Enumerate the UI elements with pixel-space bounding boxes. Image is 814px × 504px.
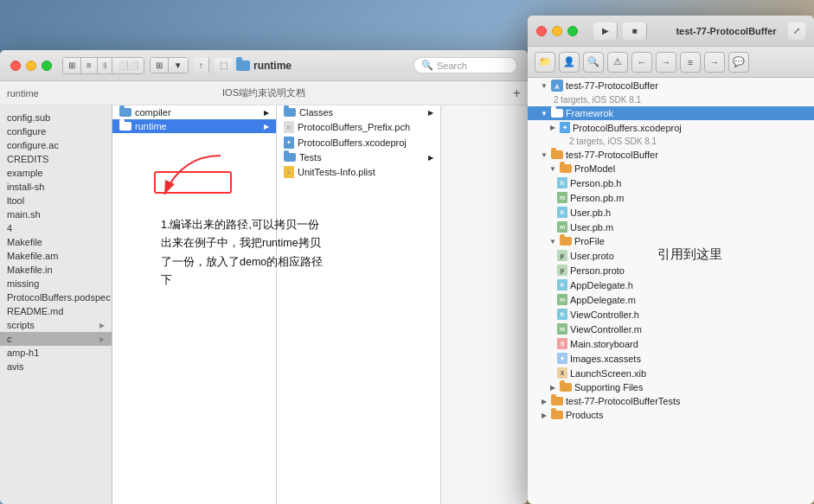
col2-xcodeproj[interactable]: ✦ ProtocolBuffers.xcodeproj: [277, 135, 440, 150]
sidebar-item-readme[interactable]: README.md: [0, 304, 112, 318]
sidebar-item-missing[interactable]: missing: [0, 277, 112, 290]
xcode-lines-btn[interactable]: ≡: [680, 52, 701, 73]
maximize-button[interactable]: [42, 61, 52, 71]
xcode-run-btn[interactable]: ▶: [593, 22, 618, 40]
sidebar-item-config-sub[interactable]: config.sub: [0, 111, 112, 124]
storyboard-file-icon: S: [557, 338, 567, 349]
col2-unitests-plist[interactable]: p UnitTests-Info.plist: [277, 164, 440, 180]
nav-user-pb-h[interactable]: h User.pb.h: [528, 205, 814, 220]
sidebar-item-ltool[interactable]: ltool: [0, 194, 112, 207]
sidebar-item-amp-h1[interactable]: amp-h1: [0, 346, 112, 360]
xcode-back-btn[interactable]: ←: [631, 52, 652, 73]
col1-runtime[interactable]: runtime ▶: [112, 119, 276, 133]
view-icon-btn[interactable]: ⊞: [63, 58, 81, 73]
proto-file-icon: p: [557, 250, 567, 261]
nav-promodel[interactable]: ▼ ProModel: [528, 162, 814, 175]
nav-images-xcassets[interactable]: ✦ Images.xcassets: [528, 351, 814, 366]
sidebar-item-configure[interactable]: configure: [0, 124, 112, 138]
disclosure-icon: ▶: [548, 383, 557, 392]
h-file-icon: h: [557, 279, 567, 290]
minimize-button[interactable]: [26, 61, 36, 71]
xcode-maximize-btn[interactable]: [567, 26, 578, 36]
xcode-stop-btn[interactable]: ■: [623, 22, 647, 40]
h-file-icon: h: [557, 177, 567, 188]
nav-test77-root[interactable]: ▼ test-77-ProtocolBuffer: [528, 148, 814, 162]
nav-user-pb-m[interactable]: m User.pb.m: [528, 220, 814, 234]
nav-supporting-files[interactable]: ▶ Supporting Files: [528, 380, 814, 394]
sidebar-item-makefile-in[interactable]: Makefile.in: [0, 263, 112, 277]
m-file-icon: m: [557, 294, 567, 305]
tag-btn[interactable]: ⬚: [215, 58, 233, 73]
xcode-traffic-lights: [536, 26, 578, 36]
sidebar-item-c[interactable]: c▶: [0, 332, 112, 346]
finder-column-1: compiler ▶ runtime ▶: [112, 105, 277, 504]
sidebar-item-avis[interactable]: avis: [0, 360, 112, 373]
nav-launchscreen-xib[interactable]: X LaunchScreen.xib: [528, 366, 814, 380]
nav-test77-tests[interactable]: ▶ test-77-ProtocolBufferTests: [528, 394, 814, 408]
search-box[interactable]: 🔍 Search: [413, 57, 517, 73]
nav-products-label: Products: [566, 410, 603, 420]
nav-supporting-files-label: Supporting Files: [574, 382, 644, 392]
view-column-btn[interactable]: ⫴: [98, 58, 112, 73]
xcode-close-btn[interactable]: [536, 26, 547, 36]
sidebar-item-install-sh[interactable]: install-sh: [0, 180, 112, 194]
sidebar-item-makefile-am[interactable]: Makefile.am: [0, 249, 112, 263]
finder-content: config.sub configure configure.ac CREDIT…: [0, 105, 528, 504]
nav-project-root[interactable]: ▼ A test-77-ProtocolBuffer: [528, 78, 814, 93]
h-file-icon: h: [557, 207, 567, 218]
view-coverflow-btn[interactable]: ⬜⬜: [112, 58, 144, 73]
sidebar-item-makefile[interactable]: Makefile: [0, 235, 112, 249]
sidebar-item-configure-ac[interactable]: configure.ac: [0, 138, 112, 152]
nav-viewcontroller-h[interactable]: h ViewController.h: [528, 307, 814, 322]
xcode-forward-btn[interactable]: →: [656, 52, 676, 73]
nav-person-pb-h[interactable]: h Person.pb.h: [528, 175, 814, 190]
xcode-minimize-btn[interactable]: [552, 26, 562, 36]
view-list-btn[interactable]: ≡: [81, 58, 98, 73]
nav-viewcontroller-m[interactable]: m ViewController.m: [528, 322, 814, 336]
col2-tests[interactable]: Tests ▶: [277, 150, 440, 164]
xcode-bubble-btn[interactable]: 💬: [728, 52, 749, 73]
sidebar-item-podspec[interactable]: ProtocolBuffers.podspec: [0, 290, 112, 304]
sidebar-item-credits[interactable]: CREDITS: [0, 152, 112, 166]
view-options-btn[interactable]: ⊞: [151, 58, 169, 73]
close-button[interactable]: [10, 61, 21, 71]
folder-icon: [551, 109, 563, 118]
share-btn[interactable]: ↑: [194, 58, 209, 73]
nav-framewrok[interactable]: ▼ Framewrok: [528, 106, 814, 120]
search-placeholder: Search: [437, 61, 467, 71]
nav-person-proto[interactable]: p Person.proto: [528, 263, 814, 278]
nav-products[interactable]: ▶ Products: [528, 408, 814, 422]
col1-compiler[interactable]: compiler ▶: [112, 105, 276, 119]
svg-text:A: A: [554, 83, 560, 91]
nav-appdelegate-m[interactable]: m AppDelegate.m: [528, 292, 814, 307]
nav-main-storyboard[interactable]: S Main.storyboard: [528, 336, 814, 351]
xcode-folder-btn[interactable]: 📁: [535, 52, 555, 73]
sidebar-item-main-sh[interactable]: main.sh: [0, 207, 112, 221]
view-toggle-group: ⊞ ≡ ⫴ ⬜⬜: [62, 57, 144, 74]
col2-prefix-pch[interactable]: h ProtocolBuffers_Prefix.pch: [277, 119, 440, 135]
sidebar-item-4[interactable]: 4: [0, 221, 112, 235]
sidebar-item-scripts[interactable]: scripts▶: [0, 318, 112, 332]
xcode-right-btn[interactable]: →: [704, 52, 725, 73]
disclosure-icon: ▶: [540, 411, 548, 419]
action-btn[interactable]: ▼: [169, 58, 188, 73]
nav-user-proto[interactable]: p User.proto: [528, 248, 814, 263]
col2-classes[interactable]: Classes ▶: [277, 105, 440, 119]
xcode-search-btn[interactable]: 🔍: [583, 52, 604, 73]
xcode-person-btn[interactable]: 👤: [559, 52, 580, 73]
search-icon: 🔍: [421, 60, 433, 71]
nav-appdelegate-h[interactable]: h AppDelegate.h: [528, 278, 814, 292]
file-icon: h: [284, 121, 294, 133]
sidebar-section: config.sub configure configure.ac CREDIT…: [0, 109, 112, 375]
sidebar-item-example[interactable]: example: [0, 166, 112, 180]
xcode-warning-btn[interactable]: ⚠: [607, 52, 628, 73]
nav-profile[interactable]: ▼ ProFile: [528, 234, 814, 248]
xcode-expand-btn[interactable]: ⤢: [788, 22, 805, 40]
disclosure-icon: ▶: [540, 397, 548, 405]
folder-icon: [119, 108, 131, 117]
xcode-proj-icon: ✦: [560, 122, 570, 133]
nav-person-pb-m[interactable]: m Person.pb.m: [528, 190, 814, 205]
add-item-btn[interactable]: +: [513, 86, 521, 101]
nav-xcodeproj[interactable]: ▶ ✦ ProtocolBuffers.xcodeproj: [528, 120, 814, 135]
header-title: IOS端约束说明文档: [222, 86, 305, 99]
